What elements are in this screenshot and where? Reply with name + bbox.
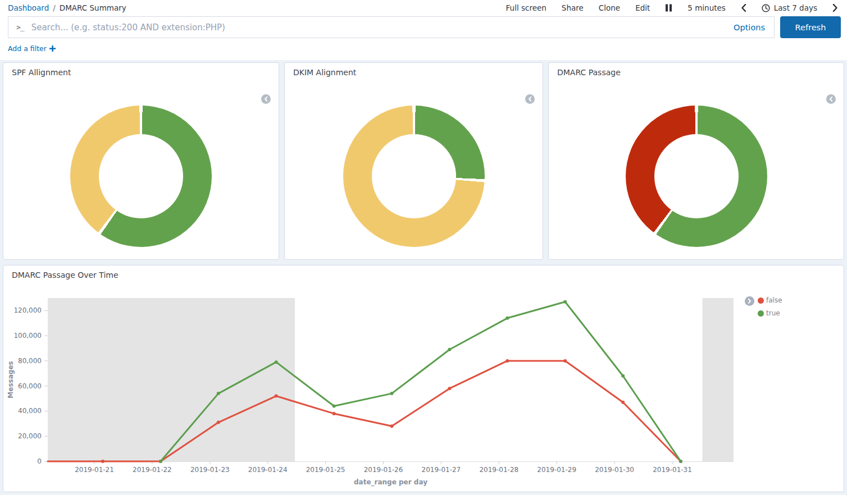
refresh-interval-button[interactable]: 5 minutes bbox=[687, 3, 726, 12]
chevron-right-circle-icon[interactable] bbox=[745, 296, 754, 308]
chart-legend: false true bbox=[758, 296, 782, 317]
donut-hole bbox=[372, 134, 456, 218]
breadcrumb-dashboard-link[interactable]: Dashboard bbox=[8, 3, 49, 12]
top-menu: Full screen Share Clone Edit 5 minutes L… bbox=[506, 3, 838, 12]
donut-hole bbox=[654, 134, 739, 218]
line-chart-area: 2019-01-212019-01-222019-01-232019-01-24… bbox=[3, 265, 844, 492]
svg-text:2019-01-29: 2019-01-29 bbox=[537, 466, 576, 474]
refresh-button[interactable]: Refresh bbox=[780, 16, 841, 38]
time-range-picker[interactable]: Last 7 days bbox=[762, 3, 817, 12]
legend-label: true bbox=[766, 309, 780, 317]
panel-dmarc-passage-over-time: DMARC Passage Over Time 2019-01-212019-0… bbox=[3, 265, 844, 492]
svg-text:Messages: Messages bbox=[7, 361, 15, 398]
svg-text:2019-01-24: 2019-01-24 bbox=[248, 466, 288, 474]
full-screen-button[interactable]: Full screen bbox=[506, 3, 547, 12]
search-box[interactable]: >_ Options bbox=[8, 16, 775, 38]
svg-text:20,000: 20,000 bbox=[18, 432, 42, 440]
add-filter-link[interactable]: Add a filter bbox=[8, 44, 47, 53]
legend-item-true[interactable]: true bbox=[758, 309, 782, 317]
svg-text:2019-01-25: 2019-01-25 bbox=[306, 466, 345, 474]
edit-button[interactable]: Edit bbox=[635, 3, 650, 12]
time-range-label: Last 7 days bbox=[774, 3, 817, 12]
search-row: >_ Options Refresh bbox=[8, 16, 841, 38]
line-chart-row: DMARC Passage Over Time 2019-01-212019-0… bbox=[3, 265, 844, 492]
breadcrumb: Dashboard / DMARC Summary bbox=[8, 3, 126, 12]
dashboard-grid: SPF Allignment DKIM Alignment DMARC Pass… bbox=[0, 60, 847, 495]
legend-label: false bbox=[766, 296, 782, 304]
dkim-donut-chart[interactable] bbox=[343, 106, 485, 247]
clone-button[interactable]: Clone bbox=[599, 3, 620, 12]
line-chart-svg[interactable]: 2019-01-212019-01-222019-01-232019-01-24… bbox=[3, 265, 843, 492]
legend-item-false[interactable]: false bbox=[758, 296, 782, 304]
breadcrumb-separator: / bbox=[53, 3, 56, 12]
svg-text:2019-01-21: 2019-01-21 bbox=[75, 466, 114, 474]
svg-text:80,000: 80,000 bbox=[18, 357, 42, 365]
spf-donut-chart[interactable] bbox=[70, 106, 212, 247]
legend-dot-false bbox=[758, 297, 764, 304]
plus-icon[interactable] bbox=[49, 45, 56, 52]
svg-text:40,000: 40,000 bbox=[18, 407, 42, 415]
svg-text:0: 0 bbox=[37, 457, 42, 465]
chevron-left-icon[interactable] bbox=[741, 4, 746, 12]
svg-text:100,000: 100,000 bbox=[13, 332, 42, 340]
chevron-right-icon[interactable] bbox=[832, 4, 838, 12]
dmarc-donut-chart[interactable] bbox=[626, 106, 767, 247]
svg-text:120,000: 120,000 bbox=[13, 306, 42, 314]
panel-title: DMARC Passage bbox=[549, 63, 844, 82]
clock-icon bbox=[762, 4, 770, 12]
console-prompt-icon: >_ bbox=[16, 23, 24, 31]
share-button[interactable]: Share bbox=[562, 3, 584, 12]
donut-chart-wrap bbox=[549, 98, 844, 255]
options-link[interactable]: Options bbox=[734, 23, 765, 32]
donut-chart-wrap bbox=[285, 98, 543, 255]
donut-hole bbox=[99, 134, 183, 218]
pause-icon[interactable] bbox=[665, 4, 672, 12]
svg-text:2019-01-27: 2019-01-27 bbox=[422, 466, 461, 474]
svg-text:2019-01-31: 2019-01-31 bbox=[653, 466, 692, 474]
panel-dkim-alignment: DKIM Alignment bbox=[284, 62, 543, 260]
top-navigation-bar: Dashboard / DMARC Summary Full screen Sh… bbox=[0, 0, 847, 15]
svg-text:2019-01-30: 2019-01-30 bbox=[595, 466, 634, 474]
panel-dmarc-passage: DMARC Passage bbox=[548, 62, 844, 260]
svg-text:date_range per day: date_range per day bbox=[354, 478, 427, 487]
svg-text:2019-01-26: 2019-01-26 bbox=[364, 466, 403, 474]
search-input[interactable] bbox=[31, 22, 727, 33]
svg-text:60,000: 60,000 bbox=[18, 382, 42, 390]
svg-text:2019-01-22: 2019-01-22 bbox=[133, 466, 172, 474]
panel-title: SPF Allignment bbox=[3, 63, 279, 82]
page-title: DMARC Summary bbox=[60, 3, 126, 12]
svg-text:2019-01-23: 2019-01-23 bbox=[190, 466, 230, 474]
panel-title: DKIM Alignment bbox=[285, 63, 543, 82]
filter-bar: Add a filter bbox=[0, 38, 847, 60]
donut-panels-row: SPF Allignment DKIM Alignment DMARC Pass… bbox=[3, 62, 844, 260]
svg-text:2019-01-28: 2019-01-28 bbox=[479, 466, 518, 474]
donut-chart-wrap bbox=[3, 98, 279, 255]
panel-spf-alignment: SPF Allignment bbox=[3, 62, 279, 260]
legend-dot-true bbox=[758, 310, 764, 317]
